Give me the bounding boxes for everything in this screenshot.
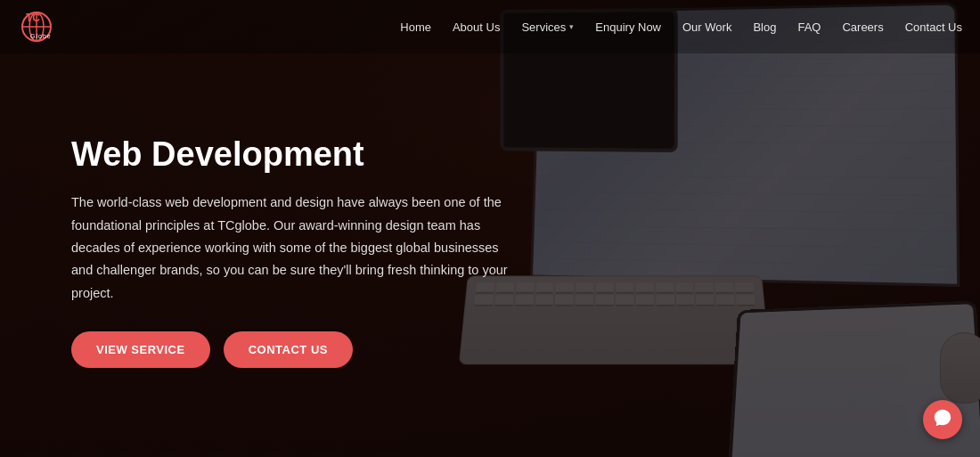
services-chevron-icon: ▾ — [569, 22, 574, 31]
nav-links: Home About Us Services ▾ Enquiry Now Our… — [400, 20, 962, 34]
nav-link-enquiry[interactable]: Enquiry Now — [595, 20, 661, 34]
contact-us-button[interactable]: CONTACT US — [224, 331, 353, 368]
nav-link-ourwork[interactable]: Our Work — [682, 20, 731, 34]
hero-buttons: VIEW SERVICE CONTACT US — [71, 331, 517, 368]
hero-title: Web Development — [71, 136, 517, 174]
svg-text:TC: TC — [26, 12, 40, 24]
hero-section: TC Globe Home About Us Services ▾ Enquir… — [0, 0, 980, 457]
nav-link-careers[interactable]: Careers — [842, 20, 883, 34]
nav-link-blog[interactable]: Blog — [753, 20, 776, 34]
nav-link-home[interactable]: Home — [400, 20, 431, 34]
nav-link-faq[interactable]: FAQ — [797, 20, 821, 34]
logo[interactable]: TC Globe — [18, 8, 55, 45]
logo-globe-svg: TC Globe — [18, 8, 55, 45]
navbar: TC Globe Home About Us Services ▾ Enquir… — [0, 0, 980, 53]
hero-description: The world-class web development and desi… — [71, 192, 517, 305]
view-service-button[interactable]: VIEW SERVICE — [71, 331, 210, 368]
services-label: Services — [521, 20, 566, 34]
chat-icon — [933, 408, 952, 432]
chat-bubble-button[interactable] — [923, 400, 962, 439]
nav-link-services[interactable]: Services ▾ — [521, 20, 574, 34]
hero-content: Web Development The world-class web deve… — [71, 136, 517, 368]
nav-link-about[interactable]: About Us — [453, 20, 500, 34]
nav-link-contact[interactable]: Contact Us — [905, 20, 962, 34]
svg-text:Globe: Globe — [30, 33, 52, 39]
